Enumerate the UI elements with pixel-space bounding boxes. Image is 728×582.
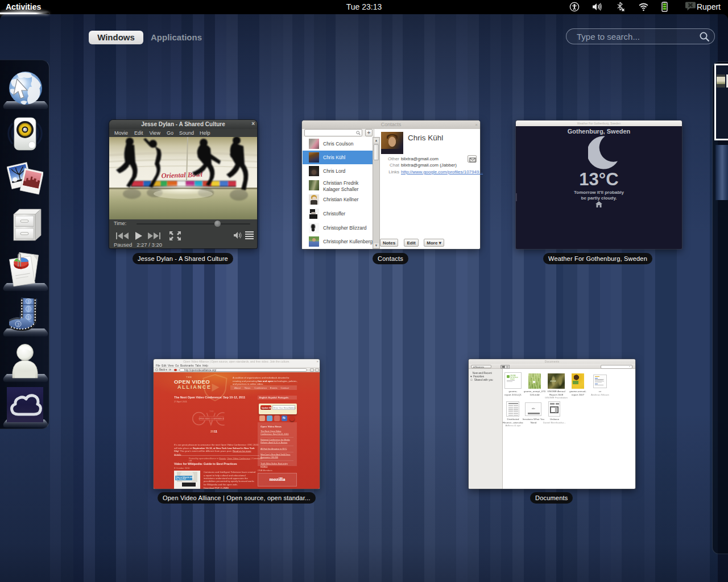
svg-text:3: 3 xyxy=(27,307,30,311)
svg-text:3: 3 xyxy=(17,322,20,327)
svg-text:OPEN VIDEO CONFERENCE: OPEN VIDEO CONFERENCE xyxy=(199,418,225,420)
svg-text:THE: THE xyxy=(209,410,214,413)
svg-text:3: 3 xyxy=(27,300,30,304)
svg-text:3: 3 xyxy=(27,315,30,319)
